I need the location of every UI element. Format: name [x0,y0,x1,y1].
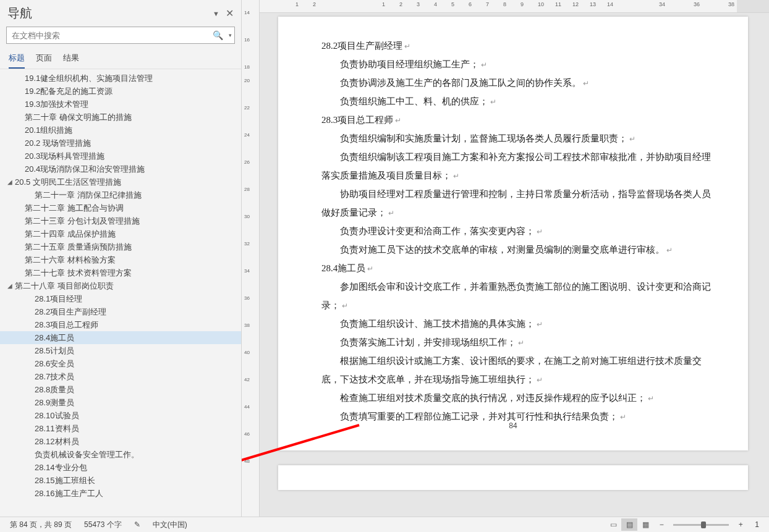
ruler-tick-label: 34 [659,1,665,7]
nav-item[interactable]: 28.15施工班组长 [0,474,241,487]
nav-item[interactable]: 19.3加强技术管理 [0,98,241,111]
nav-item[interactable]: 28.16施工生产工人 [0,487,241,500]
nav-item-label: 28.3项目总工程师 [35,318,98,331]
ruler-tick-label: 12 [572,1,579,7]
nav-item[interactable]: 28.7技术员 [0,370,241,383]
tab-headings[interactable]: 标题 [9,49,25,69]
nav-item[interactable]: 28.9测量员 [0,396,241,409]
nav-item[interactable]: 第二十三章 分包计划及管理措施 [0,214,241,227]
nav-item[interactable]: 28.10试验员 [0,409,241,422]
nav-item[interactable]: 19.1健全组织机构、实施项目法管理 [0,72,241,85]
toggle-spacer [27,357,35,370]
nav-item[interactable]: 20.1组织措施 [0,124,241,137]
nav-item[interactable]: 第二十二章 施工配合与协调 [0,201,241,214]
nav-item[interactable]: ◢20.5 文明民工生活区管理措施 [0,175,241,188]
zoom-level[interactable]: 1 [749,520,765,529]
nav-item[interactable]: 负责机械设备安全管理工作。 [0,448,241,461]
status-language[interactable]: 中文(中国) [147,520,193,530]
nav-item-label: 19.3加强技术管理 [25,98,88,111]
zoom-slider[interactable] [673,524,729,526]
toggle-spacer [27,331,35,344]
document-scroll-region[interactable]: 121234567891011121314343638 28.2项目生产副经理 … [260,0,769,517]
heading-28-3: 28.3项目总工程师 [321,111,711,129]
nav-item[interactable]: 28.8质量员 [0,383,241,396]
zoom-out-icon[interactable]: − [653,518,669,531]
toggle-spacer [17,253,25,266]
nav-item[interactable]: 第二十五章 质量通病预防措施 [0,240,241,253]
nav-item-label: 28.15施工班组长 [35,474,95,487]
nav-item[interactable]: 28.3项目总工程师 [0,318,241,331]
nav-item-label: 第二十五章 质量通病预防措施 [25,240,132,253]
status-page-info[interactable]: 第 84 页，共 89 页 [4,520,78,530]
ruler-tick-label: 26 [244,159,250,165]
ruler-tick-label: 2 [313,1,316,7]
toggle-spacer [27,318,35,331]
vertical-ruler[interactable]: 141618202224262830323436384042444648 [242,0,260,517]
view-web-layout-icon[interactable]: ▦ [637,518,653,531]
status-word-count[interactable]: 55473 个字 [78,520,128,530]
toggle-spacer [17,137,25,150]
nav-item[interactable]: 20.4现场消防保卫和治安管理措施 [0,163,241,175]
paragraph: 负责协助项目经理组织施工生产； [321,55,711,74]
nav-item[interactable]: 第二十六章 材料检验方案 [0,253,241,266]
nav-item[interactable]: 第二十一章 消防保卫纪律措施 [0,188,241,201]
ruler-tick-label: 1 [382,1,385,7]
nav-item[interactable]: 20.2 现场管理措施 [0,137,241,150]
nav-item[interactable]: 28.4施工员 [0,331,241,344]
tab-results[interactable]: 结果 [63,49,79,69]
toggle-spacer [27,383,35,396]
view-read-mode-icon[interactable]: ▭ [605,518,621,531]
toggle-spacer [17,124,25,137]
ruler-tick-label: 34 [244,268,250,274]
nav-item-label: 第二十一章 消防保卫纪律措施 [35,188,142,201]
toggle-spacer [27,409,35,422]
ruler-tick-label: 46 [244,431,250,437]
nav-item[interactable]: 28.12材料员 [0,435,241,448]
navigation-search-box[interactable]: 🔍 ▾ [6,27,235,44]
nav-item-label: 第二十八章 项目部岗位职责 [15,279,114,292]
document-next-page[interactable] [278,465,748,490]
ruler-tick-label: 44 [244,404,250,410]
nav-item[interactable]: 第二十七章 技术资料管理方案 [0,266,241,279]
nav-item[interactable]: 28.11资料员 [0,422,241,435]
navigation-tree[interactable]: 19.1健全组织机构、实施项目法管理 19.2配备充足的施工资源 19.3加强技… [0,69,241,517]
navigation-title: 导航 [7,5,213,22]
nav-item[interactable]: 28.5计划员 [0,344,241,357]
navigation-close-icon[interactable]: ✕ [226,7,234,19]
toggle-spacer [17,266,25,279]
ruler-tick-label: 5 [451,1,454,7]
search-options-caret[interactable]: ▾ [226,32,234,38]
paragraph: 负责组织施工中工、料、机的供应； [321,92,711,111]
collapse-toggle-icon[interactable]: ◢ [7,279,15,292]
nav-item[interactable]: 28.1项目经理 [0,292,241,305]
toggle-spacer [27,422,35,435]
navigation-pane: 导航 ▼ ✕ 🔍 ▾ 标题 页面 结果 19.1健全组织机构、实施项目法管理 1… [0,0,242,517]
nav-item-label: 28.6安全员 [35,357,74,370]
ruler-tick-label: 48 [244,458,250,464]
nav-item[interactable]: 19.2配备充足的施工资源 [0,85,241,98]
view-print-layout-icon[interactable]: ▤ [621,518,637,531]
collapse-toggle-icon[interactable]: ◢ [7,175,15,188]
tab-pages[interactable]: 页面 [36,49,52,69]
search-input[interactable] [7,31,211,40]
horizontal-ruler[interactable]: 121234567891011121314343638 [260,0,769,13]
navigation-options-caret[interactable]: ▼ [213,10,219,17]
nav-item-label: 20.2 现场管理措施 [25,137,91,150]
nav-item[interactable]: 第二十四章 成品保护措施 [0,227,241,240]
nav-item[interactable]: 28.6安全员 [0,357,241,370]
nav-item[interactable]: 第二十章 确保文明施工的措施 [0,111,241,124]
status-bar: 第 84 页，共 89 页 55473 个字 ✎ 中文(中国) ▭ ▤ ▦ − … [0,517,769,532]
paragraph: 负责办理设计变更和洽商工作，落实变更内容； [321,222,711,240]
nav-item[interactable]: 28.14专业分包 [0,461,241,474]
nav-item[interactable]: 28.2项目生产副经理 [0,305,241,318]
status-spellcheck-icon[interactable]: ✎ [128,520,147,529]
paragraph: 参加图纸会审和设计交底工作，并着重熟悉负责施工部位的施工图说明、设计变更和洽商记… [321,277,711,315]
toggle-spacer [17,72,25,85]
zoom-slider-thumb[interactable] [701,521,706,528]
ruler-tick-label: 14 [607,1,613,7]
search-icon[interactable]: 🔍 [211,30,226,40]
nav-item[interactable]: ◢第二十八章 项目部岗位职责 [0,279,241,292]
zoom-in-icon[interactable]: + [733,518,749,531]
document-page[interactable]: 28.2项目生产副经理 负责协助项目经理组织施工生产； 负责协调涉及施工生产的各… [278,17,748,450]
nav-item[interactable]: 20.3现场料具管理措施 [0,150,241,163]
